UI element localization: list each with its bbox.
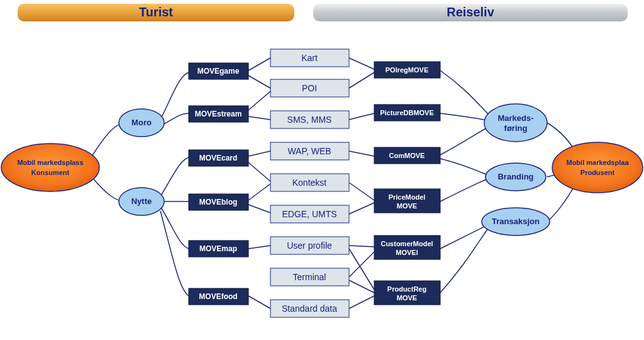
node-pricemodel: PriceModelMOVE — [374, 189, 440, 213]
node-produsent: Mobil markedsplaa Produsent — [552, 142, 643, 193]
svg-text:POIregMOVE: POIregMOVE — [386, 66, 428, 74]
node-branding: Branding — [486, 163, 546, 191]
svg-text:Standard data: Standard data — [282, 303, 337, 314]
svg-text:SMS, MMS: SMS, MMS — [287, 115, 332, 125]
svg-text:User profile: User profile — [287, 241, 332, 251]
node-terminal: Terminal — [270, 268, 349, 286]
node-edgeumts: EDGE, UMTS — [270, 205, 349, 223]
svg-text:MOVEgame: MOVEgame — [197, 67, 240, 76]
svg-text:Markeds-: Markeds- — [497, 113, 533, 123]
svg-text:Kontekst: Kontekst — [292, 178, 327, 188]
svg-text:POI: POI — [302, 83, 317, 93]
node-poiregmove: POIregMOVE — [374, 62, 440, 78]
diagram-canvas: Turist Reiseliv Mobil markedsplass Konsu… — [0, 0, 644, 340]
svg-text:Mobil markedsplaa: Mobil markedsplaa — [566, 159, 629, 166]
node-kontekst: Kontekst — [270, 174, 349, 191]
svg-text:MOVE: MOVE — [397, 202, 417, 210]
header-turist: Turist — [18, 4, 294, 21]
svg-text:Transaksjon: Transaksjon — [492, 217, 540, 226]
svg-text:ProductReg: ProductReg — [387, 285, 426, 293]
node-smsmms: SMS, MMS — [270, 111, 349, 128]
svg-text:PriceModel: PriceModel — [389, 193, 426, 201]
svg-text:MOVEl: MOVEl — [396, 249, 418, 256]
col-move-modules: MOVEgame MOVEstream MOVEcard MOVEblog MO… — [189, 63, 248, 305]
svg-text:føring: føring — [504, 123, 528, 133]
col-services: POIregMOVE PictureDBMOVE ComMOVE PriceMo… — [374, 62, 440, 305]
node-moro: Moro — [119, 109, 164, 137]
svg-text:MOVEcard: MOVEcard — [199, 154, 238, 162]
svg-text:MOVEstream: MOVEstream — [195, 110, 242, 118]
node-movegame: MOVEgame — [189, 63, 248, 79]
node-productreg: ProductRegMOVE — [374, 281, 440, 305]
svg-text:Turist: Turist — [139, 5, 173, 19]
node-markedsforing: Markeds- føring — [484, 104, 547, 142]
svg-text:MOVEmap: MOVEmap — [199, 244, 237, 253]
node-userprofile: User profile — [270, 237, 349, 254]
node-picturedbmove: PictureDBMOVE — [374, 105, 440, 121]
svg-text:MOVEfood: MOVEfood — [199, 292, 237, 301]
svg-text:MOVE: MOVE — [397, 294, 417, 302]
node-nytte: Nytte — [119, 188, 164, 215]
svg-text:Produsent: Produsent — [580, 169, 615, 176]
svg-text:EDGE, UMTS: EDGE, UMTS — [282, 209, 336, 219]
svg-text:Reiseliv: Reiseliv — [447, 5, 494, 19]
svg-text:Terminal: Terminal — [293, 272, 326, 282]
node-kart: Kart — [270, 49, 349, 67]
svg-text:Mobil markedsplass: Mobil markedsplass — [17, 159, 83, 166]
node-movemap: MOVEmap — [189, 241, 248, 257]
svg-point-4 — [1, 144, 99, 191]
svg-text:ComMOVE: ComMOVE — [389, 152, 425, 159]
node-commove: ComMOVE — [374, 147, 440, 164]
node-standarddata: Standard data — [270, 300, 349, 317]
node-wapweb: WAP, WEB — [270, 142, 349, 160]
node-moveblog: MOVEblog — [189, 194, 248, 210]
svg-text:WAP, WEB: WAP, WEB — [287, 146, 331, 156]
node-movecard: MOVEcard — [189, 150, 248, 166]
col-channels: Kart POI SMS, MMS WAP, WEB Kontekst EDGE… — [270, 49, 349, 317]
svg-text:Nytte: Nytte — [131, 196, 152, 206]
node-customermodel: CustomerModelMOVEl — [374, 235, 440, 259]
header-reiseliv: Reiseliv — [313, 4, 628, 21]
node-konsument: Mobil markedsplass Konsument — [1, 144, 99, 191]
svg-text:PictureDBMOVE: PictureDBMOVE — [380, 109, 434, 116]
svg-text:Moro: Moro — [131, 118, 152, 127]
node-movestream: MOVEstream — [189, 106, 248, 122]
node-transaksjon: Transaksjon — [482, 208, 550, 235]
node-poi: POI — [270, 79, 349, 97]
svg-text:CustomerModel: CustomerModel — [380, 240, 433, 247]
svg-text:Kart: Kart — [301, 53, 318, 63]
svg-text:MOVEblog: MOVEblog — [199, 198, 238, 207]
svg-text:Branding: Branding — [497, 172, 533, 181]
node-movefood: MOVEfood — [189, 288, 248, 305]
svg-point-7 — [552, 142, 643, 193]
svg-text:Konsument: Konsument — [31, 169, 70, 176]
